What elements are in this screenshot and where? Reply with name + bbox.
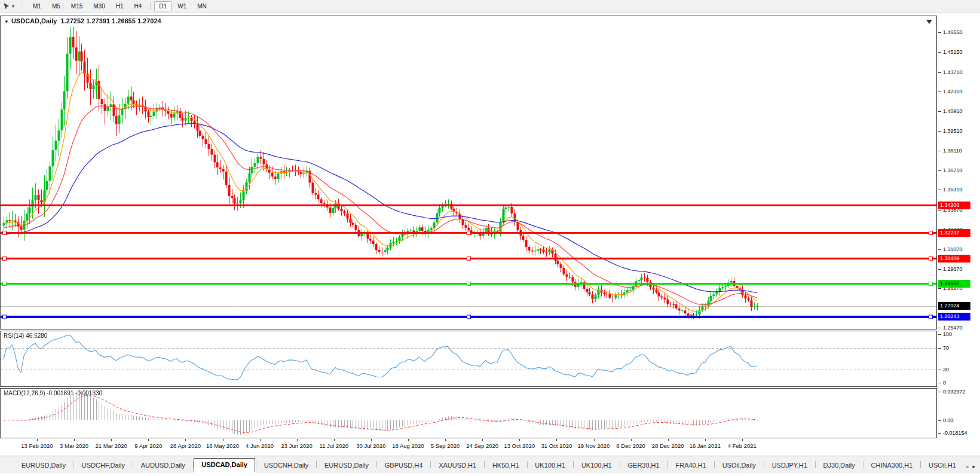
tab-separator xyxy=(815,461,816,468)
date-label: 11 Jul 2020 xyxy=(320,443,348,449)
date-tick-mark xyxy=(594,439,595,441)
date-tick-mark xyxy=(260,439,261,441)
chart-collapse-icon[interactable]: ▼ xyxy=(4,19,9,25)
date-label: 13 Feb 2020 xyxy=(21,443,53,449)
date-axis[interactable]: 13 Feb 20203 Mar 202021 Mar 20209 Apr 20… xyxy=(0,439,937,454)
tab-13-usoil-daily[interactable]: USOil,Daily xyxy=(715,459,763,472)
tab-scroll-controls: ◂▸ xyxy=(963,463,980,472)
timeframe-m1-button[interactable]: M1 xyxy=(28,1,46,11)
date-label: 19 Nov 2020 xyxy=(578,443,610,449)
tab-14-usdjpy-h1[interactable]: USDJPY,H1 xyxy=(765,459,814,472)
date-tick-mark xyxy=(223,439,223,441)
tab-11-ger30-h1[interactable]: GER30,H1 xyxy=(620,459,666,472)
macd-label: MACD(12,26,9) -0.001891 -0.001330 xyxy=(4,390,102,396)
chart-shift-marker[interactable] xyxy=(926,20,932,24)
price-tick: 1.39510 xyxy=(943,128,963,134)
rsi-canvas[interactable] xyxy=(1,331,936,386)
price-axis[interactable]: 1.465501.451501.437101.423101.409101.395… xyxy=(937,16,980,329)
timeframe-m5-button[interactable]: M5 xyxy=(47,1,65,11)
timeframe-h1-button[interactable]: H1 xyxy=(111,1,128,11)
tab-5-eurusd-daily[interactable]: EURUSD,Daily xyxy=(317,459,376,472)
date-tick-mark xyxy=(742,439,743,441)
tab-separator xyxy=(573,461,574,468)
tab-6-gbpusd-h4[interactable]: GBPUSD,H4 xyxy=(378,459,430,472)
tab-bar-footer xyxy=(0,472,980,476)
tab-8-hk50-h1[interactable]: HK50,H1 xyxy=(485,459,526,472)
symbol-tab-bar: EURUSD,DailyUSDCHF,DailyAUDUSD,DailyUSDC… xyxy=(0,456,980,476)
date-label: 28 Dec 2020 xyxy=(652,443,684,449)
macd-tick: 0.00 xyxy=(943,417,954,423)
price-tick: 1.46550 xyxy=(943,29,963,35)
tab-4-usdcnh-daily[interactable]: USDCNH,Daily xyxy=(257,459,316,472)
timeframe-mn-button[interactable]: MN xyxy=(192,1,212,11)
date-tick-mark xyxy=(445,439,446,441)
tab-1-usdchf-daily[interactable]: USDCHF,Daily xyxy=(75,459,132,472)
date-tick-mark xyxy=(334,439,335,441)
tab-15-dj30-daily[interactable]: DJ30,Daily xyxy=(816,459,862,472)
toolbar-grip[interactable] xyxy=(20,2,23,10)
tab-separator xyxy=(920,461,921,468)
tab-separator xyxy=(193,461,194,468)
timeframe-m15-button[interactable]: M15 xyxy=(66,1,87,11)
date-tick-mark xyxy=(111,439,112,441)
tab-separator xyxy=(714,461,715,468)
timeframe-m30-button[interactable]: M30 xyxy=(88,1,109,11)
toolbar-separator xyxy=(150,2,151,10)
tab-0-eurusd-daily[interactable]: EURUSD,Daily xyxy=(14,459,73,472)
tab-scroll-right-icon[interactable]: ▸ xyxy=(972,463,975,469)
chart-symbol-period: USDCAD,Daily xyxy=(11,17,57,25)
tab-separator xyxy=(667,461,668,468)
price-tick: 1.38110 xyxy=(943,148,962,154)
chart-ohlc-values: 1.27252 1.27391 1.26855 1.27024 xyxy=(60,17,161,25)
panel-separator[interactable] xyxy=(0,329,937,331)
price-chart-canvas[interactable] xyxy=(1,16,936,329)
date-label: 31 Oct 2020 xyxy=(541,443,572,449)
macd-axis[interactable]: 0.0329720.00-0.018154 xyxy=(937,388,980,438)
price-chart-panel[interactable] xyxy=(0,16,937,329)
rsi-tick: 0 xyxy=(943,380,946,386)
date-label: 4 Feb 2021 xyxy=(728,443,757,449)
panel-separator[interactable] xyxy=(0,387,937,388)
rsi-tick: 70 xyxy=(943,345,949,351)
tab-separator xyxy=(430,461,431,468)
macd-panel[interactable]: MACD(12,26,9) -0.001891 -0.001330 xyxy=(0,388,937,438)
macd-tick: 0.032972 xyxy=(943,389,966,395)
tab-12-fra40-h1[interactable]: FRA40,H1 xyxy=(668,459,713,472)
tab-9-uk100-h1[interactable]: UK100,H1 xyxy=(528,459,572,472)
tab-separator xyxy=(620,461,620,468)
macd-canvas[interactable] xyxy=(1,389,936,438)
timeframe-h4-button[interactable]: H4 xyxy=(130,1,147,11)
timeframe-w1-button[interactable]: W1 xyxy=(173,1,191,11)
tab-separator xyxy=(74,461,74,468)
date-tick-mark xyxy=(185,439,186,441)
tab-16-china300-h1[interactable]: CHINA300,H1 xyxy=(864,459,920,472)
tab-scroll-left-icon[interactable]: ◂ xyxy=(966,463,969,469)
cursor-tool-icon[interactable]: ▾ xyxy=(2,2,14,10)
rsi-panel[interactable]: RSI(14) 46.5280 xyxy=(0,331,937,387)
timeframe-toolbar: ▾ M1M5M15M30H1H4D1W1MN xyxy=(0,0,980,13)
date-label: 16 May 2020 xyxy=(206,443,239,449)
date-label: 16 Jan 2021 xyxy=(690,443,721,449)
macd-tick: -0.018154 xyxy=(943,430,967,436)
date-tick-mark xyxy=(148,439,149,441)
date-label: 28 Apr 2020 xyxy=(170,443,201,449)
current-price-label: 1.27024 xyxy=(938,302,970,310)
date-label: 30 Jul 2020 xyxy=(356,443,385,449)
rsi-axis[interactable]: 10070300 xyxy=(937,331,980,387)
date-tick-mark xyxy=(705,439,706,441)
tab-3-usdcad-daily[interactable]: USDCAD,Daily xyxy=(194,458,255,472)
rsi-tick: 100 xyxy=(943,331,952,337)
cursor-tool-caret[interactable]: ▾ xyxy=(12,4,14,9)
timeframe-d1-button[interactable]: D1 xyxy=(154,1,172,11)
date-label: 4 Jun 2020 xyxy=(246,443,274,449)
tab-separator xyxy=(484,461,485,468)
date-label: 24 Sep 2020 xyxy=(466,443,498,449)
price-tick: 1.29670 xyxy=(943,266,963,272)
tab-2-audusd-daily[interactable]: AUDUSD,Daily xyxy=(134,459,192,472)
price-tick: 1.25470 xyxy=(943,325,963,331)
date-tick-mark xyxy=(482,439,483,441)
tab-17-usoil-h1[interactable]: USOil,H1 xyxy=(921,459,963,472)
tab-10-uk100-h1[interactable]: UK100,H1 xyxy=(574,459,619,472)
tab-7-xauusd-h1[interactable]: XAUUSD,H1 xyxy=(431,459,483,472)
date-tick-mark xyxy=(371,439,372,441)
